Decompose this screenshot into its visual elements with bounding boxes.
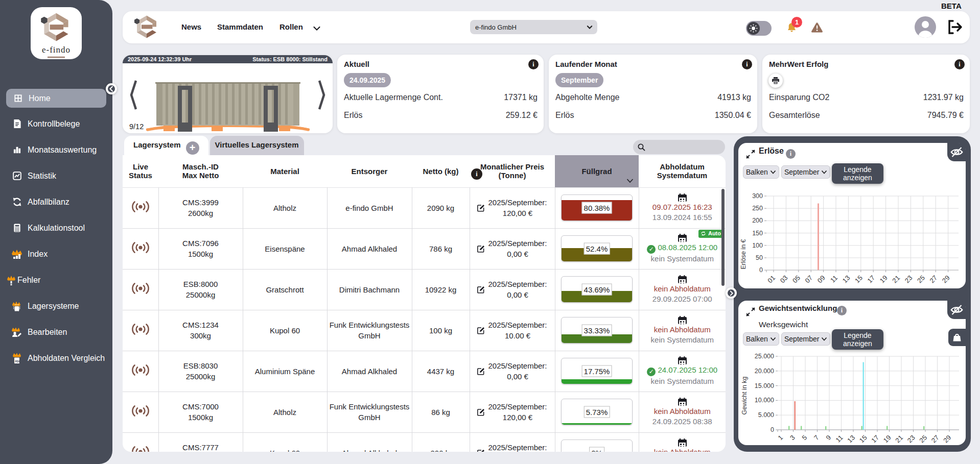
- svg-text:150: 150: [752, 230, 763, 237]
- svg-text:300: 300: [752, 192, 763, 200]
- svg-text:19: 19: [882, 434, 893, 445]
- svg-text:20.000: 20.000: [755, 368, 774, 375]
- svg-text:15.000: 15.000: [755, 382, 774, 389]
- svg-text:11: 11: [829, 274, 839, 284]
- svg-text:27: 27: [928, 274, 939, 285]
- svg-text:07: 07: [803, 274, 814, 285]
- svg-text:50: 50: [756, 254, 763, 261]
- svg-text:15: 15: [853, 274, 864, 285]
- svg-text:Gewicht in kg: Gewicht in kg: [741, 376, 748, 414]
- svg-text:01: 01: [766, 274, 777, 285]
- svg-text:Erlöse in €: Erlöse in €: [740, 239, 747, 269]
- svg-text:29: 29: [941, 274, 951, 285]
- svg-text:23: 23: [903, 274, 914, 285]
- svg-text:17: 17: [866, 274, 876, 285]
- svg-text:25: 25: [918, 434, 928, 445]
- svg-text:15: 15: [858, 434, 869, 445]
- svg-text:10.000: 10.000: [755, 397, 774, 404]
- svg-text:13: 13: [846, 434, 856, 445]
- svg-text:13: 13: [841, 274, 852, 285]
- svg-text:25.000: 25.000: [755, 353, 774, 360]
- svg-text:09: 09: [816, 274, 827, 285]
- svg-text:5.000: 5.000: [758, 411, 774, 419]
- svg-text:19: 19: [878, 274, 889, 285]
- svg-text:0: 0: [759, 266, 763, 274]
- svg-text:PDF: PDF: [15, 360, 21, 363]
- svg-text:23: 23: [906, 434, 917, 445]
- svg-text:21: 21: [894, 434, 904, 445]
- svg-text:27: 27: [930, 434, 941, 445]
- svg-text:9: 9: [824, 434, 832, 442]
- svg-text:1: 1: [776, 434, 784, 442]
- svg-text:7: 7: [812, 434, 821, 442]
- svg-text:11: 11: [834, 434, 844, 444]
- svg-text:03: 03: [779, 274, 789, 285]
- svg-text:5: 5: [800, 434, 808, 442]
- svg-text:3: 3: [788, 434, 797, 442]
- svg-text:29: 29: [942, 434, 952, 445]
- svg-text:21: 21: [891, 274, 901, 285]
- svg-text:250: 250: [752, 205, 763, 212]
- svg-text:100: 100: [752, 242, 763, 249]
- svg-text:0: 0: [771, 426, 774, 433]
- svg-text:17: 17: [870, 434, 880, 445]
- svg-text:200: 200: [752, 217, 763, 224]
- svg-text:25: 25: [916, 274, 926, 285]
- svg-text:05: 05: [791, 274, 802, 285]
